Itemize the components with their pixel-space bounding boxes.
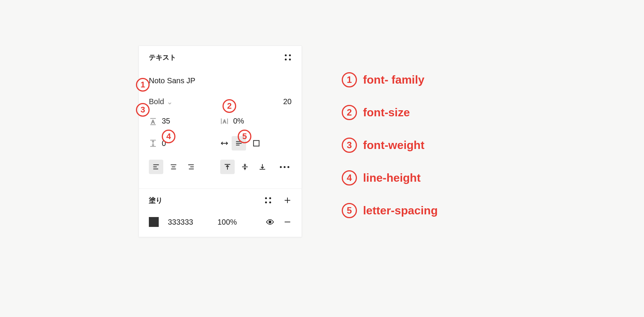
svg-rect-12: [254, 141, 259, 146]
auto-height-button[interactable]: [232, 136, 246, 151]
font-family-value: Noto Sans JP: [149, 76, 195, 85]
font-size-input[interactable]: 20: [269, 97, 292, 106]
align-center-button[interactable]: [166, 160, 181, 174]
svg-text:A: A: [151, 119, 155, 124]
legend-item: 5 letter-spacing: [342, 203, 438, 218]
more-options-button[interactable]: [277, 166, 292, 168]
fill-section-body: 333333 100%: [139, 205, 301, 237]
line-height-input[interactable]: A 35: [149, 117, 220, 125]
legend-label: letter-spacing: [363, 204, 438, 217]
annotation-badge-3: 3: [136, 103, 150, 117]
style-icon[interactable]: [264, 197, 272, 204]
legend-item: 1 font- family: [342, 72, 438, 87]
paragraph-spacing-value: 0: [162, 139, 166, 148]
annotation-legend: 1 font- family 2 font-size 3 font-weight…: [342, 72, 438, 236]
legend-label: font-weight: [363, 139, 425, 152]
remove-fill-button[interactable]: [283, 218, 292, 226]
paragraph-spacing-input[interactable]: 0: [149, 139, 220, 148]
fill-section-title: 塗り: [149, 196, 163, 205]
fill-opacity-value[interactable]: 100%: [218, 218, 237, 227]
text-section-body: 1 Noto Sans JP 3 2 Bold 20 4 5: [139, 76, 301, 182]
visibility-toggle-icon[interactable]: [266, 218, 274, 226]
legend-badge: 1: [342, 72, 357, 87]
font-family-dropdown[interactable]: Noto Sans JP: [149, 76, 292, 85]
paragraph-spacing-icon: [149, 139, 157, 147]
fill-color-swatch[interactable]: [149, 217, 159, 227]
font-size-value: 20: [283, 97, 292, 106]
font-weight-value: Bold: [149, 97, 164, 106]
fill-row: 333333 100%: [149, 217, 292, 227]
valign-top-button[interactable]: [220, 160, 235, 174]
line-height-icon: A: [149, 117, 157, 125]
legend-label: line-height: [363, 171, 421, 184]
valign-bottom-button[interactable]: [255, 160, 270, 174]
style-icon[interactable]: [284, 54, 292, 61]
legend-item: 4 line-height: [342, 170, 438, 185]
add-fill-button[interactable]: [283, 196, 292, 204]
svg-point-31: [269, 221, 271, 223]
legend-label: font-size: [363, 106, 410, 119]
fill-section-header: 塗り: [139, 189, 301, 205]
fixed-size-button[interactable]: [249, 136, 264, 151]
letter-spacing-input[interactable]: A 0%: [220, 117, 292, 125]
text-section-title: テキスト: [149, 53, 176, 62]
font-weight-dropdown[interactable]: Bold: [149, 97, 172, 106]
legend-badge: 2: [342, 105, 357, 120]
auto-width-icon: [220, 139, 229, 147]
text-section-header: テキスト: [139, 46, 301, 65]
align-right-button[interactable]: [184, 160, 198, 174]
chevron-down-icon: [167, 99, 172, 105]
legend-badge: 4: [342, 170, 357, 185]
align-left-button[interactable]: [149, 160, 163, 174]
legend-label: font- family: [363, 73, 425, 86]
legend-item: 3 font-weight: [342, 138, 438, 153]
legend-item: 2 font-size: [342, 105, 438, 120]
svg-text:A: A: [223, 119, 226, 124]
legend-badge: 5: [342, 203, 357, 218]
valign-middle-button[interactable]: [238, 160, 252, 174]
line-height-value: 35: [162, 117, 170, 125]
annotation-badge-1: 1: [136, 78, 150, 92]
letter-spacing-icon: A: [220, 117, 229, 125]
fill-color-hex[interactable]: 333333: [168, 218, 193, 227]
letter-spacing-value: 0%: [233, 117, 244, 125]
legend-badge: 3: [342, 138, 357, 153]
text-properties-panel: テキスト 1 Noto Sans JP 3 2 Bold 20: [139, 46, 302, 237]
